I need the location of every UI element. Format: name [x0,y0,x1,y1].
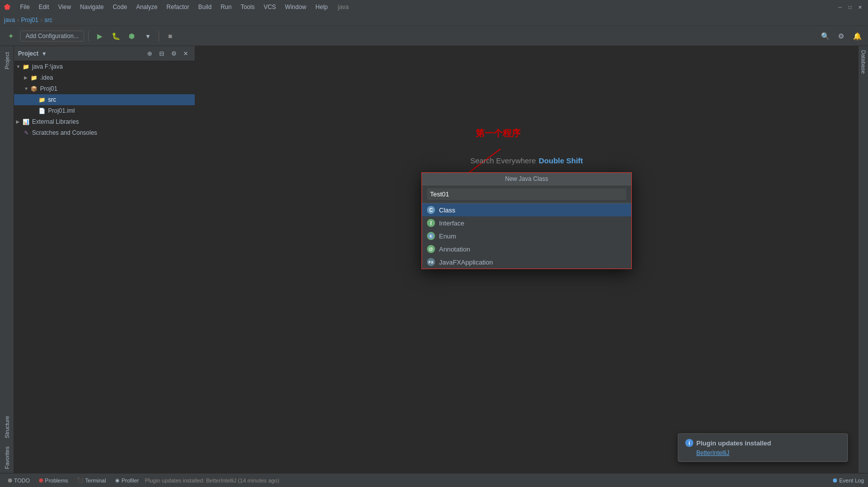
module-icon-proj01: 📦 [30,85,38,93]
tree-item-ext-libs[interactable]: ▶ 📊 External Libraries [14,116,195,127]
todo-dot [8,478,12,482]
menu-window[interactable]: Window [281,3,310,12]
tree-item-proj01[interactable]: ▼ 📦 Proj01 [14,83,195,94]
terminal-icon: ⬛ [77,477,83,483]
chinese-annotation: 第一个程序 [476,127,521,139]
plugin-notification: i Plugin updates installed BetterIntelli… [678,433,848,462]
status-tab-profiler[interactable]: ◉ Profiler [111,476,143,484]
event-log-button[interactable]: Event Log [833,477,864,483]
sidebar-tab-database[interactable]: Database [859,46,867,78]
sidebar-tab-structure[interactable]: Structure [2,412,12,442]
sidebar-tab-project[interactable]: Project [2,48,12,73]
lib-icon-ext: 📊 [22,118,30,126]
tree-label-ext-libs: External Libraries [32,118,79,125]
menu-build[interactable]: Build [194,3,216,12]
arrow-idea: ▶ [24,75,30,80]
run-config-button[interactable]: ▾ [141,29,155,43]
dialog-label-javafx: JavaFXApplication [439,259,493,266]
breadcrumb-src[interactable]: src [45,17,53,24]
panel-settings-btn[interactable]: ⚙ [169,49,179,59]
dialog-title: New Java Class [422,173,631,185]
tree-item-scratches[interactable]: ✎ Scratches and Consoles [14,127,195,138]
breadcrumb-sep2: › [41,17,43,24]
tree-label-idea: .idea [40,74,53,81]
menu-refactor[interactable]: Refactor [163,3,193,12]
status-text: Plugin updates installed: BetterIntelliJ… [145,477,279,483]
dialog-item-javafx[interactable]: FX JavaFXApplication [422,256,631,269]
dialog-item-interface[interactable]: I Interface [422,216,631,229]
title-bar-left: ⬟ File Edit View Navigate Code Analyze R… [4,3,349,12]
status-tab-problems-label: Problems [45,477,68,483]
locate-file-btn[interactable]: ⊕ [145,49,155,59]
folder-icon-java: 📁 [22,63,30,71]
tree-label-scratches: Scratches and Consoles [32,129,97,136]
dialog-item-enum[interactable]: E Enum [422,229,631,242]
status-bar: TODO Problems ⬛ Terminal ◉ Profiler Plug… [0,473,868,487]
stop-button[interactable]: ■ [163,29,177,43]
folder-icon-idea: 📁 [30,74,38,82]
status-tab-problems[interactable]: Problems [35,476,72,484]
plugin-link[interactable]: BetterIntelliJ [696,449,729,456]
info-icon: i [685,439,693,447]
breadcrumb-sep1: › [17,17,19,24]
menu-view[interactable]: View [54,3,75,12]
left-sidebar: Project Structure Favorites [0,46,14,473]
dialog-label-interface: Interface [439,219,465,227]
title-bar-controls: ─ □ ✕ [836,3,864,11]
menu-code[interactable]: Code [109,3,131,12]
status-tab-todo-label: TODO [14,477,30,483]
main-area: 第一个程序 Search Everywhere Double Shift New… [195,46,858,473]
toolbar-sep1 [88,31,89,41]
debug-button[interactable]: 🐛 [109,29,123,43]
status-tab-terminal[interactable]: ⬛ Terminal [73,476,110,484]
tree-label-src: src [48,96,56,103]
menu-run[interactable]: Run [217,3,236,12]
dialog-item-class[interactable]: C Class [422,203,631,216]
status-tab-todo[interactable]: TODO [4,476,34,484]
new-java-class-dialog: New Java Class C Class I Interface E Enu… [421,172,632,269]
tree-item-idea[interactable]: ▶ 📁 .idea [14,72,195,83]
collapse-all-btn[interactable]: ⊟ [157,49,167,59]
menu-edit[interactable]: Edit [35,3,53,12]
minimize-button[interactable]: ─ [836,3,844,11]
folder-icon-src: 📁 [38,96,46,104]
search-everywhere-button[interactable]: 🔍 [818,29,832,43]
maximize-button[interactable]: □ [846,3,854,11]
toolbar: ✦ Add Configuration... ▶ 🐛 ⬢ ▾ ■ 🔍 ⚙ 🔔 [0,26,868,46]
search-hint-label: Search Everywhere [470,156,536,165]
settings-button[interactable]: ⚙ [834,29,848,43]
menu-navigate[interactable]: Navigate [76,3,108,12]
panel-close-btn[interactable]: ✕ [181,49,191,59]
dialog-item-annotation[interactable]: @ Annotation [422,242,631,256]
notifications-button[interactable]: 🔔 [850,29,864,43]
tree-item-iml[interactable]: 📄 Proj01.iml [14,105,195,116]
menu-vcs[interactable]: VCS [260,3,280,12]
search-hint: Search Everywhere Double Shift [195,156,858,165]
project-panel-header: Project ▼ ⊕ ⊟ ⚙ ✕ [14,46,195,61]
breadcrumb-java[interactable]: java [4,17,15,24]
sidebar-tab-favorites[interactable]: Favorites [2,442,12,473]
arrow-proj01: ▼ [24,86,30,91]
menu-analyze[interactable]: Analyze [132,3,162,12]
dialog-label-enum: Enum [439,232,456,240]
enum-icon: E [427,232,435,240]
menu-tools[interactable]: Tools [237,3,259,12]
close-button[interactable]: ✕ [856,3,864,11]
class-name-input[interactable] [427,188,626,200]
coverage-button[interactable]: ⬢ [125,29,139,43]
breadcrumb-proj01[interactable]: Proj01 [21,17,39,24]
menu-file[interactable]: File [16,3,34,12]
run-button[interactable]: ▶ [93,29,107,43]
panel-dropdown-arrow[interactable]: ▼ [42,51,47,57]
tree-item-java[interactable]: ▼ 📁 java F:\java [14,61,195,72]
plugin-notif-title-text: Plugin updates installed [696,439,771,447]
event-log-label: Event Log [839,477,864,483]
arrow-java: ▼ [16,64,22,69]
arrow-ext-libs: ▶ [16,119,22,124]
menu-help[interactable]: Help [311,3,332,12]
magic-button[interactable]: ✦ [4,29,18,43]
tree-item-src[interactable]: 📁 src [14,94,195,105]
tree-label-iml: Proj01.iml [48,107,75,114]
dialog-label-class: Class [439,206,456,214]
add-configuration-button[interactable]: Add Configuration... [20,31,84,42]
